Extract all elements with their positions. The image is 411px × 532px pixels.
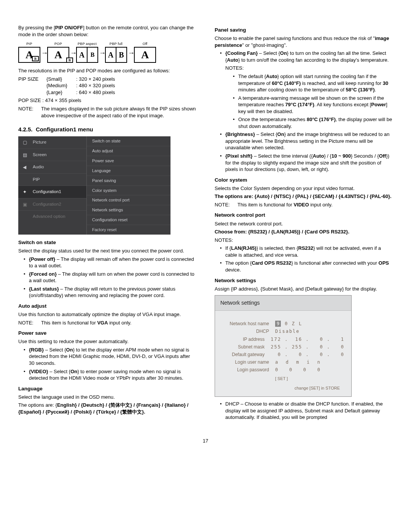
color-system-note: NOTE: This item is functional for VIDEO … <box>215 201 393 208</box>
config1-icon: ✦ <box>23 189 29 195</box>
panel-saving-list: {Cooling Fan} – Select {On} to turn on t… <box>215 50 393 173</box>
net-user-row: Login user name a d m i n <box>222 359 344 365</box>
net-port-notes-label: NOTES: <box>215 237 393 244</box>
osd-item-config1[interactable]: ✦Configuration1 <box>18 186 86 198</box>
osd-opt[interactable]: Power save <box>87 156 170 166</box>
picture-icon: ▢ <box>23 140 29 145</box>
osd-opt[interactable]: Color system <box>87 186 170 196</box>
osd-item-advanced[interactable]: Advanced option <box>18 211 86 223</box>
osd-item-picture[interactable]: ▢Picture <box>18 136 86 149</box>
auto-adjust-heading: Auto adjust <box>18 303 196 310</box>
net-settings-desc: Assign {IP address}, {Subnet Mask}, and … <box>215 286 393 292</box>
color-system-desc: Selects the Color System depending on yo… <box>215 185 393 192</box>
cooling-fan-item: {Cooling Fan} – Select {On} to turn on t… <box>220 50 393 129</box>
arrow-icon: → <box>70 42 75 58</box>
right-column: Panel saving Choose to enable the panel … <box>215 23 393 422</box>
net-host-row: Network host name 90 Z L <box>222 321 344 327</box>
net-port-heading: Network control port <box>215 212 393 219</box>
osd-opt[interactable]: Switch on state <box>87 136 170 146</box>
network-settings-dialog: Network settings Network host name 90 Z … <box>215 295 352 397</box>
advanced-icon <box>23 214 29 219</box>
auto-adjust-note: NOTE: This item is functional for VGA in… <box>18 320 196 326</box>
language-options: The options are: {English} / {Deutsch} /… <box>18 402 196 415</box>
osd-left-panel: ▢Picture ▤Screen ◀Audio PIP ✦Configurati… <box>18 136 87 234</box>
page-number: 17 <box>18 438 393 444</box>
net-settings-heading: Network settings <box>215 277 393 284</box>
dhcp-note: DHCP – Choose to enable or disable the D… <box>215 401 393 421</box>
net-port-notes: If {LAN(RJ45)} is selected, then {RS232}… <box>215 245 393 273</box>
net-ip-row: IP address 172 . 16 . 0 . 1 <box>222 336 344 342</box>
mode-pip: AB <box>18 47 40 63</box>
osd-item-screen[interactable]: ▤Screen <box>18 149 86 161</box>
mode-pop: AB <box>47 47 69 63</box>
pip-size-medium: {Medium} : 480 × 320 pixels <box>18 82 196 89</box>
osd-item-config2[interactable]: ▣Configuration2 <box>18 198 86 211</box>
net-gw-row: Default gateway 0 . 0 . 0 . 0 <box>222 351 344 358</box>
network-settings-title: Network settings <box>215 296 351 311</box>
power-save-list: {RGB} – Select {On} to let the display e… <box>18 347 196 382</box>
arrow-icon: → <box>41 42 46 58</box>
mode-diagram: PIP AB → POP AB → PBP aspect AB → PBP fu… <box>18 42 196 63</box>
switch-on-desc: Select the display status used for the n… <box>18 248 196 254</box>
osd-opt[interactable]: Auto adjust <box>87 146 170 156</box>
arrow-icon: → <box>128 42 133 58</box>
osd-opt[interactable]: Network settings <box>87 205 170 215</box>
pixel-shift-item: {Pixel shift} – Select the time interval… <box>220 153 393 173</box>
osd-right-panel: Switch on state Auto adjust Power save L… <box>87 136 170 234</box>
osd-opt[interactable]: Network control port <box>87 195 170 205</box>
net-dhcp-row: DHCP Disable <box>222 328 344 334</box>
mode-off: A <box>134 47 156 63</box>
osd-opt[interactable]: Panel saving <box>87 176 170 186</box>
net-footer: change [SET] in STORE <box>222 383 344 393</box>
brightness-item: {Brightness} – Select {On} and the image… <box>220 131 393 151</box>
switch-on-heading: Switch on state <box>18 239 196 246</box>
net-port-desc1: Select the network control port. <box>215 220 393 227</box>
config2-icon: ▣ <box>23 202 29 207</box>
language-heading: Language <box>18 385 196 392</box>
net-mask-row: Subnet mask 255 . 255 . 0 . 0 <box>222 344 344 350</box>
osd-menu: ▢Picture ▤Screen ◀Audio PIP ✦Configurati… <box>18 136 170 234</box>
net-port-desc2: Choose from: {RS232} / {LAN(RJ45)} / {Ca… <box>215 228 393 235</box>
screen-icon: ▤ <box>23 152 29 158</box>
osd-item-pip[interactable]: PIP <box>18 174 86 186</box>
left-column: By pressing the [PIP ON/OFF] button on t… <box>18 23 196 422</box>
power-save-desc: Use this setting to reduce the power aut… <box>18 338 196 345</box>
mode-pbp-full: AB <box>105 47 127 63</box>
panel-saving-heading: Panel saving <box>215 27 393 34</box>
switch-on-list: {Power off} – The display will remain of… <box>18 256 196 299</box>
color-system-heading: Color system <box>215 177 393 184</box>
arrow-icon: → <box>99 42 104 58</box>
section-heading: 4.2.5. Configuration1 menu <box>18 126 196 133</box>
power-save-heading: Power save <box>18 330 196 337</box>
page-columns: By pressing the [PIP ON/OFF] button on t… <box>18 23 393 422</box>
pip-size-large: {Large} : 640 × 480 pixels <box>18 89 196 96</box>
auto-adjust-desc: Use this function to automatically optim… <box>18 311 196 318</box>
osd-item-audio[interactable]: ◀Audio <box>18 161 86 174</box>
pip-size-small: PIP SIZE {Small} : 320 × 240 pixels <box>18 76 196 83</box>
language-desc: Select the language used in the OSD menu… <box>18 394 196 401</box>
audio-icon: ◀ <box>23 165 29 170</box>
mode-pbp-aspect: AB <box>76 47 98 63</box>
pip-intro: By pressing the [PIP ON/OFF] button on t… <box>18 24 196 38</box>
osd-opt[interactable]: Factory reset <box>87 225 170 235</box>
set-button[interactable]: [ SET ] <box>275 376 344 382</box>
osd-opt[interactable]: Language <box>87 166 170 176</box>
color-system-opts: The options are: {Auto} / {NTSC} / {PAL}… <box>215 193 393 200</box>
pop-size: POP SIZE : 474 × 355 pixels <box>18 97 196 104</box>
panel-saving-desc: Choose to enable the panel saving functi… <box>215 35 393 48</box>
osd-opt[interactable]: Configuration reset <box>87 215 170 225</box>
pip-icon <box>23 177 29 182</box>
pip-note: NOTE: The images displayed in the sub pi… <box>18 105 196 119</box>
net-pw-row: Login password 0 0 0 0 <box>222 367 344 373</box>
resolutions-line: The resolutions in the PIP and POP modes… <box>18 67 196 74</box>
